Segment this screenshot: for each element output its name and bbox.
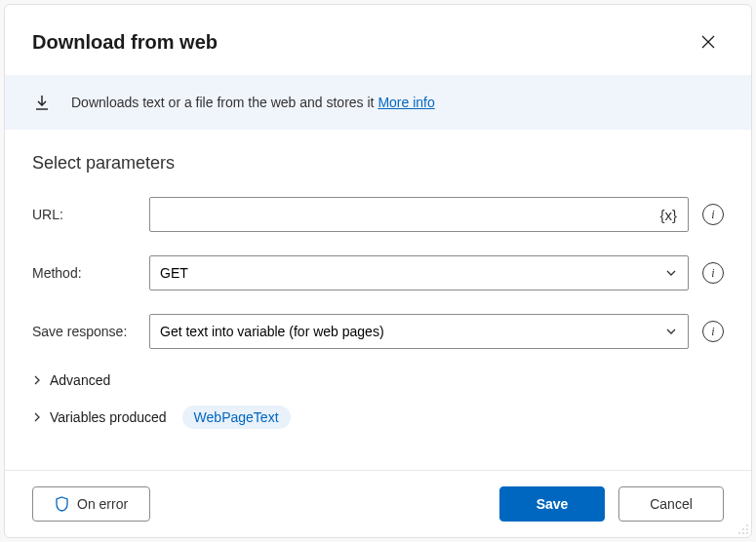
footer-right: Save Cancel: [499, 486, 724, 522]
method-label: Method:: [32, 265, 141, 281]
method-info-button[interactable]: i: [702, 262, 724, 284]
advanced-label: Advanced: [50, 372, 110, 388]
dialog-content: Select parameters URL: {x} i Method: GET…: [5, 130, 751, 470]
svg-point-4: [746, 524, 748, 526]
method-row: Method: GET i: [32, 255, 724, 290]
save-response-value: Get text into variable (for web pages): [160, 324, 384, 339]
save-button[interactable]: Save: [499, 486, 605, 522]
method-value: GET: [160, 265, 188, 281]
download-from-web-dialog: Download from web Downloads text or a fi…: [4, 4, 752, 538]
url-label: URL:: [32, 207, 141, 222]
method-field-wrap: GET: [149, 255, 689, 290]
cancel-button[interactable]: Cancel: [618, 486, 724, 522]
advanced-toggle[interactable]: Advanced: [32, 372, 724, 388]
url-input[interactable]: [149, 197, 689, 232]
svg-point-6: [746, 528, 748, 530]
on-error-label: On error: [77, 496, 128, 512]
close-button[interactable]: [693, 26, 724, 58]
url-row: URL: {x} i: [32, 197, 724, 232]
method-select[interactable]: GET: [149, 255, 689, 290]
info-banner: Downloads text or a file from the web an…: [5, 75, 751, 130]
svg-point-5: [742, 528, 744, 530]
section-title: Select parameters: [32, 153, 724, 174]
svg-point-9: [746, 532, 748, 534]
more-info-link[interactable]: More info: [378, 95, 434, 110]
resize-grip-icon[interactable]: [736, 522, 749, 535]
on-error-button[interactable]: On error: [32, 486, 150, 522]
svg-point-7: [738, 532, 740, 534]
close-icon: [701, 35, 715, 49]
chevron-right-icon: [32, 374, 42, 386]
variables-produced-toggle[interactable]: Variables produced WebPageText: [32, 406, 724, 429]
dialog-header: Download from web: [5, 5, 751, 75]
banner-text-wrap: Downloads text or a file from the web an…: [71, 95, 435, 110]
banner-text: Downloads text or a file from the web an…: [71, 95, 378, 110]
chevron-down-icon: [664, 266, 678, 280]
url-info-button[interactable]: i: [702, 204, 724, 225]
chevron-down-icon: [664, 325, 678, 338]
insert-variable-button[interactable]: {x}: [656, 205, 681, 225]
svg-point-8: [742, 532, 744, 534]
dialog-footer: On error Save Cancel: [5, 470, 751, 537]
save-response-row: Save response: Get text into variable (f…: [32, 314, 724, 349]
chevron-right-icon: [32, 411, 42, 423]
variable-chip[interactable]: WebPageText: [182, 406, 291, 429]
save-response-info-button[interactable]: i: [702, 321, 724, 342]
variables-produced-label: Variables produced: [50, 409, 167, 425]
cancel-label: Cancel: [650, 496, 693, 512]
url-field-wrap: {x}: [149, 197, 689, 232]
save-response-select[interactable]: Get text into variable (for web pages): [149, 314, 689, 349]
save-response-field-wrap: Get text into variable (for web pages): [149, 314, 689, 349]
save-label: Save: [537, 496, 569, 512]
download-icon: [32, 93, 52, 112]
dialog-title: Download from web: [32, 31, 218, 54]
shield-icon: [55, 496, 69, 512]
save-response-label: Save response:: [32, 324, 141, 339]
